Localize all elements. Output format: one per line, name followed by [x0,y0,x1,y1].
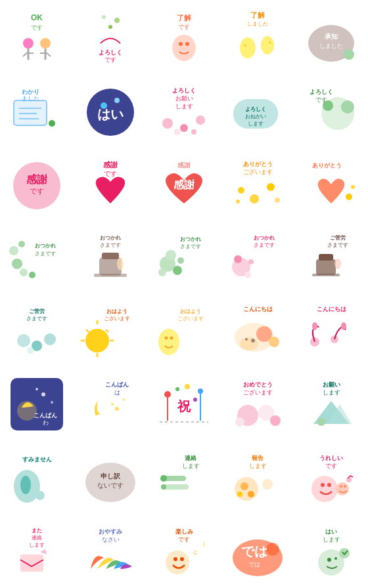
sticker-ryokai1: 了解 です [154,7,214,66]
svg-point-23 [261,36,274,54]
sticker-konnichiwa1: こんにちは [228,301,287,360]
cell-4-3[interactable]: おつかれ さまです [147,220,221,294]
svg-text:ありがとう: ありがとう [243,161,273,167]
svg-point-212 [180,557,184,561]
svg-point-78 [9,246,18,255]
cell-1-1[interactable]: OK です [0,0,74,74]
sticker-yoroshiku4: よろしく です [302,81,361,140]
svg-point-22 [240,37,256,58]
svg-point-151 [164,391,171,398]
sticker-dewa: では では [228,522,287,581]
cell-7-4[interactable]: 報告 します [221,441,294,514]
sticker-ok: OK です [7,7,66,66]
cell-3-1[interactable]: 感謝 です [0,147,74,220]
svg-text:連絡: 連絡 [32,535,42,541]
svg-point-2 [23,38,34,49]
cell-5-2[interactable]: おはよう ございます [74,294,147,368]
cell-6-2[interactable]: こんばん は [74,368,147,441]
svg-point-132 [251,339,255,343]
svg-point-111 [44,333,56,345]
cell-3-5[interactable]: ありがとう [294,147,368,220]
svg-text:こんばん: こんばん [34,412,57,419]
sticker-oyasumi: おやすみ なさい [81,522,140,581]
svg-text:お願い: お願い [323,381,340,388]
svg-text:ございます: ございます [104,316,130,322]
svg-point-67 [238,187,244,194]
cell-4-2[interactable]: おつかれ さまです [74,220,147,294]
cell-3-3[interactable]: 感謝 感謝 [147,147,221,220]
cell-6-4[interactable]: おめでとう ございます [221,368,294,441]
svg-text:こんにちは: こんにちは [317,306,346,312]
svg-point-3 [40,38,51,49]
svg-point-54 [341,100,354,114]
cell-2-4[interactable]: よろしく おねがい します [221,74,294,147]
sticker-yoroshiku2: よろしく お願い します [154,81,214,140]
svg-point-93 [158,268,166,276]
cell-1-2[interactable]: よろしく です [74,0,147,74]
svg-point-46 [196,116,205,125]
sticker-hai: はい [81,81,140,140]
svg-rect-85 [102,253,119,259]
svg-text:ご苦労: ご苦労 [330,235,346,241]
svg-point-98 [234,255,242,263]
svg-point-181 [160,475,167,482]
svg-text:感謝: 感謝 [26,173,48,185]
cell-5-5[interactable]: こんにちは [294,294,368,368]
cell-2-5[interactable]: よろしく です [294,74,368,147]
cell-8-4[interactable]: では では [221,514,294,588]
cell-6-3[interactable]: 祝 [147,368,221,441]
cell-3-4[interactable]: ありがとう ございます [221,147,294,220]
svg-point-152 [198,388,203,394]
svg-point-170 [317,418,325,426]
cell-4-5[interactable]: ご苦労 さまです [294,220,368,294]
cell-6-5[interactable]: お願い します [294,368,368,441]
svg-point-77 [29,272,35,278]
cell-8-1[interactable]: また 連絡 します [0,514,74,588]
cell-3-2[interactable]: 感謝 です [74,147,147,220]
sticker-renraku: 連絡 します [154,448,214,507]
svg-rect-203 [20,555,43,572]
cell-5-4[interactable]: こんにちは [221,294,294,368]
svg-point-39 [114,98,120,103]
svg-text:おつかれ: おつかれ [254,235,275,241]
cell-5-3[interactable]: おはよう ございます [147,294,221,368]
cell-4-4[interactable]: おつかれ さまです [221,220,294,294]
svg-point-149 [122,398,125,401]
svg-text:です: です [31,24,43,31]
sticker-arigatou2: ありがとう [302,154,361,213]
svg-point-25 [269,41,271,44]
cell-6-1[interactable]: こんばん わ [0,368,74,441]
cell-7-2[interactable]: 申し訳 ないです [74,441,147,514]
svg-point-193 [311,476,338,502]
svg-text:なさい: なさい [102,536,120,543]
svg-text:します: します [175,103,193,110]
svg-text:おめでとう: おめでとう [243,381,273,388]
cell-7-5[interactable]: うれしい です [294,441,368,514]
cell-2-1[interactable]: わかり ました [0,74,74,147]
svg-point-74 [351,185,355,189]
cell-4-1[interactable]: おつかれ さまです [0,220,74,294]
svg-point-125 [165,337,168,340]
cell-8-2[interactable]: おやすみ なさい [74,514,147,588]
cell-7-3[interactable]: 連絡 します [147,441,221,514]
svg-point-214 [266,543,279,556]
cell-2-3[interactable]: よろしく お願い します [147,74,221,147]
cell-2-2[interactable]: はい [74,74,147,147]
svg-text:します: します [248,121,264,127]
cell-8-5[interactable]: はい します [294,514,368,588]
sticker-hai2: はい します [302,522,361,581]
cell-7-1[interactable]: すみません [0,441,74,514]
cell-1-4[interactable]: 了解 しました [221,0,294,74]
cell-5-1[interactable]: ご苦労 さまです [0,294,74,368]
svg-point-142 [51,401,53,404]
svg-text:承知: 承知 [324,33,338,40]
sticker-grid: OK です よろしく です [0,0,368,588]
svg-text:すみません: すみません [22,456,52,463]
cell-1-3[interactable]: 了解 です [147,0,221,74]
svg-point-211 [173,557,177,561]
svg-point-189 [237,492,242,497]
svg-point-220 [327,558,331,562]
svg-text:さまです: さまです [26,316,47,322]
cell-1-5[interactable]: 承知 しました [294,0,368,74]
cell-8-3[interactable]: 楽しみ です ♪ ♫ [147,514,221,588]
